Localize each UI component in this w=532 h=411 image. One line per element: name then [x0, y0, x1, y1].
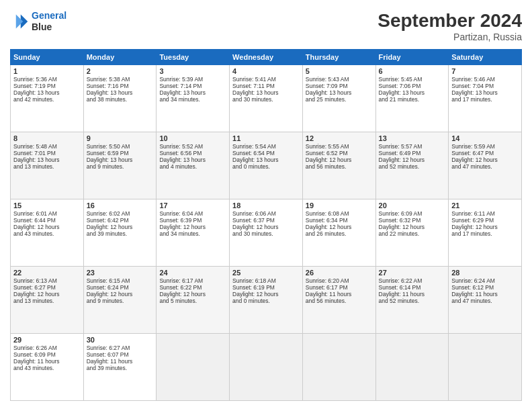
calendar-cell: 10Sunrise: 5:52 AMSunset: 6:56 PMDayligh… [157, 132, 230, 199]
main-title: September 2024 [378, 10, 522, 32]
day-number: 29 [13, 336, 81, 344]
calendar-cell: 19Sunrise: 6:08 AMSunset: 6:34 PMDayligh… [302, 199, 375, 267]
calendar-cell: 27Sunrise: 6:22 AMSunset: 6:14 PMDayligh… [375, 267, 449, 334]
calendar-cell: 23Sunrise: 6:15 AMSunset: 6:24 PMDayligh… [83, 267, 157, 334]
day-number: 19 [306, 201, 373, 210]
calendar-cell: 4Sunrise: 5:41 AMSunset: 7:11 PMDaylight… [230, 65, 303, 132]
calendar-cell [230, 334, 303, 401]
calendar-cell: 12Sunrise: 5:55 AMSunset: 6:52 PMDayligh… [302, 132, 375, 199]
cell-line: Daylight: 11 hours [306, 291, 373, 298]
cell-line: and 17 minutes. [451, 230, 519, 237]
cell-line: Daylight: 12 hours [87, 224, 154, 230]
cell-line: Sunrise: 6:15 AM [87, 277, 154, 284]
calendar-cell: 26Sunrise: 6:20 AMSunset: 6:17 PMDayligh… [302, 267, 375, 334]
cell-line: Sunset: 6:49 PM [379, 150, 446, 156]
week-row-2: 15Sunrise: 6:01 AMSunset: 6:44 PMDayligh… [11, 199, 522, 267]
cell-line: and 17 minutes. [451, 96, 519, 103]
cell-line: Sunrise: 5:59 AM [451, 143, 519, 150]
cell-line: Sunrise: 5:39 AM [159, 76, 226, 83]
cell-line: Daylight: 12 hours [306, 224, 373, 230]
day-number: 22 [13, 269, 81, 277]
cell-line: Sunset: 6:39 PM [159, 217, 226, 224]
cell-line: and 56 minutes. [306, 163, 373, 170]
calendar-cell: 14Sunrise: 5:59 AMSunset: 6:47 PMDayligh… [449, 132, 522, 199]
cell-line: and 34 minutes. [159, 230, 226, 237]
day-number: 5 [306, 67, 373, 75]
cell-line: Daylight: 12 hours [451, 156, 519, 163]
cell-line: Sunrise: 6:02 AM [87, 210, 154, 217]
cell-line: Daylight: 13 hours [13, 89, 81, 96]
cell-line: Sunset: 6:52 PM [306, 150, 373, 156]
cell-line: and 5 minutes. [159, 298, 226, 304]
cell-line: Sunset: 7:16 PM [87, 83, 154, 89]
header-friday: Friday [375, 50, 449, 65]
cell-line: and 43 minutes. [13, 230, 81, 237]
calendar-cell: 24Sunrise: 6:17 AMSunset: 6:22 PMDayligh… [157, 267, 230, 334]
subtitle: Partizan, Russia [378, 32, 522, 42]
logo-text: General Blue [32, 10, 66, 33]
cell-line: Sunrise: 5:45 AM [379, 76, 446, 83]
cell-line: Sunrise: 6:24 AM [451, 277, 519, 284]
day-number: 11 [232, 134, 300, 142]
cell-line: Sunrise: 5:48 AM [13, 143, 81, 150]
cell-line: Daylight: 13 hours [232, 156, 300, 163]
cell-line: Sunset: 6:07 PM [87, 351, 154, 358]
cell-line: Daylight: 11 hours [87, 358, 154, 365]
cell-line: Sunset: 6:29 PM [451, 217, 519, 224]
calendar-cell: 28Sunrise: 6:24 AMSunset: 6:12 PMDayligh… [449, 267, 522, 334]
day-number: 1 [13, 67, 81, 75]
cell-line: Sunset: 7:14 PM [159, 83, 226, 89]
calendar-cell [302, 334, 375, 401]
header-monday: Monday [83, 50, 157, 65]
cell-line: Daylight: 13 hours [232, 89, 300, 96]
calendar-cell: 3Sunrise: 5:39 AMSunset: 7:14 PMDaylight… [157, 65, 230, 132]
week-row-0: 1Sunrise: 5:36 AMSunset: 7:19 PMDaylight… [11, 65, 522, 132]
cell-line: and 13 minutes. [13, 298, 81, 304]
cell-line: and 25 minutes. [306, 96, 373, 103]
week-row-1: 8Sunrise: 5:48 AMSunset: 7:01 PMDaylight… [11, 132, 522, 199]
day-number: 6 [379, 67, 446, 75]
calendar-cell: 2Sunrise: 5:38 AMSunset: 7:16 PMDaylight… [83, 65, 157, 132]
cell-line: Sunrise: 6:06 AM [232, 210, 300, 217]
cell-line: Sunrise: 6:22 AM [379, 277, 446, 284]
cell-line: Sunset: 6:27 PM [13, 284, 81, 291]
cell-line: Daylight: 13 hours [306, 89, 373, 96]
cell-line: Sunrise: 5:43 AM [306, 76, 373, 83]
calendar-cell: 11Sunrise: 5:54 AMSunset: 6:54 PMDayligh… [230, 132, 303, 199]
cell-line: Sunrise: 5:57 AM [379, 143, 446, 150]
header: General Blue September 2024 Partizan, Ru… [10, 10, 522, 42]
day-number: 27 [379, 269, 446, 277]
day-number: 20 [379, 201, 446, 210]
cell-line: and 39 minutes. [87, 230, 154, 237]
calendar-cell: 16Sunrise: 6:02 AMSunset: 6:42 PMDayligh… [83, 199, 157, 267]
cell-line: Sunset: 6:17 PM [306, 284, 373, 291]
cell-line: Sunrise: 5:36 AM [13, 76, 81, 83]
logo-line2: Blue [32, 21, 66, 33]
cell-line: and 56 minutes. [306, 298, 373, 304]
calendar-cell: 30Sunrise: 6:27 AMSunset: 6:07 PMDayligh… [83, 334, 157, 401]
page: General Blue September 2024 Partizan, Ru… [0, 0, 532, 411]
cell-line: Sunrise: 6:27 AM [87, 345, 154, 351]
cell-line: Daylight: 12 hours [232, 291, 300, 298]
cell-line: Sunset: 6:56 PM [159, 150, 226, 156]
calendar-table: SundayMondayTuesdayWednesdayThursdayFrid… [10, 49, 522, 401]
cell-line: and 30 minutes. [232, 230, 300, 237]
cell-line: Sunrise: 5:52 AM [159, 143, 226, 150]
cell-line: Sunrise: 5:38 AM [87, 76, 154, 83]
header-wednesday: Wednesday [230, 50, 303, 65]
cell-line: Sunset: 6:24 PM [87, 284, 154, 291]
calendar-cell [375, 334, 449, 401]
cell-line: Daylight: 12 hours [232, 224, 300, 230]
cell-line: Daylight: 11 hours [13, 358, 81, 365]
cell-line: and 21 minutes. [379, 96, 446, 103]
cell-line: Sunset: 6:47 PM [451, 150, 519, 156]
calendar-cell: 21Sunrise: 6:11 AMSunset: 6:29 PMDayligh… [449, 199, 522, 267]
cell-line: and 0 minutes. [232, 298, 300, 304]
title-block: September 2024 Partizan, Russia [378, 10, 522, 42]
cell-line: Sunrise: 6:13 AM [13, 277, 81, 284]
calendar-cell: 13Sunrise: 5:57 AMSunset: 6:49 PMDayligh… [375, 132, 449, 199]
day-number: 23 [87, 269, 154, 277]
day-number: 4 [232, 67, 300, 75]
cell-line: Daylight: 12 hours [379, 156, 446, 163]
cell-line: Sunrise: 6:18 AM [232, 277, 300, 284]
